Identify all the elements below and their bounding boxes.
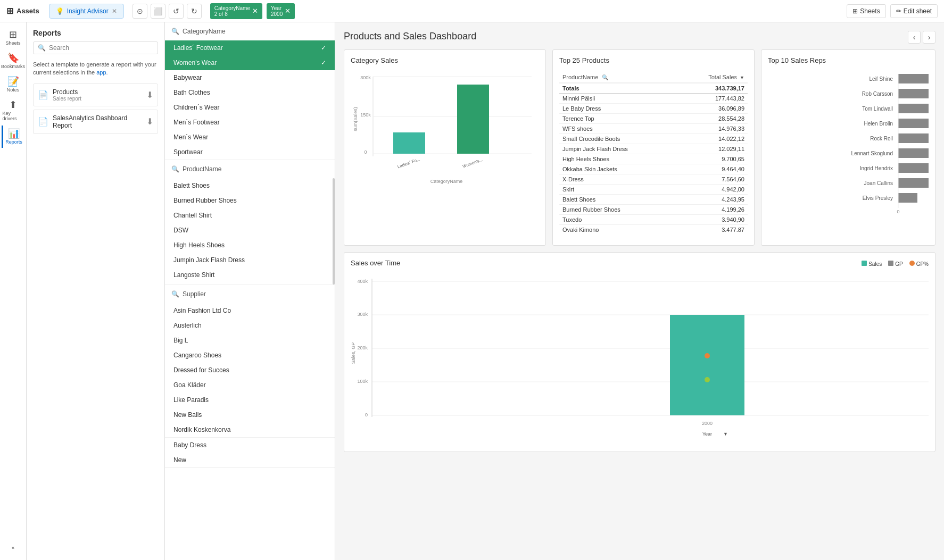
- category-filter-section: 🔍 CategoryName Ladies´ Footwear ✓ Women'…: [165, 22, 335, 160]
- chip-label: CategoryName 2 of 8: [214, 5, 250, 17]
- sidebar-item-notes[interactable]: 📝 Notes: [2, 73, 25, 96]
- category-filter-chip[interactable]: CategoryName 2 of 8 ✕: [210, 3, 262, 19]
- filter-item-chantell-shirt[interactable]: Chantell Shirt: [165, 208, 333, 223]
- report-doc-icon: 📄: [38, 90, 48, 100]
- filter-item-womens-wear[interactable]: Women's Wear ✓: [165, 55, 335, 70]
- filter-item-le-baby-dress[interactable]: Le Baby Dress: [165, 282, 333, 285]
- table-row: Le Baby Dress36.096,89: [559, 104, 748, 114]
- filter-item-burned-rubber[interactable]: Burned Rubber Shoes: [165, 193, 333, 208]
- table-row: Terence Top28.554,28: [559, 114, 748, 124]
- pencil-icon: ✏: [896, 7, 901, 15]
- svg-rect-18: [898, 104, 929, 113]
- filter-item-asin[interactable]: Asin Fashion Ltd Co: [165, 303, 335, 318]
- filter-item-goa-klader[interactable]: Goa Kläder: [165, 378, 335, 392]
- selection-tool[interactable]: ⬜: [151, 4, 165, 19]
- svg-text:Leif Shine: Leif Shine: [870, 76, 893, 82]
- supplier-filter-header: 🔍 Supplier: [165, 285, 335, 303]
- filter-item-new-balls[interactable]: New Balls: [165, 407, 335, 422]
- filter-item-sportwear[interactable]: Sportwear: [165, 145, 335, 160]
- insight-advisor-tab[interactable]: 💡 Insight Advisor ✕: [49, 4, 124, 19]
- products-report-item[interactable]: 📄 Products Sales report ⬇: [33, 83, 158, 106]
- svg-text:Women's...: Women's...: [462, 157, 483, 169]
- svg-text:sum(Sales): sum(Sales): [353, 107, 358, 131]
- filter-item-mens-footwear[interactable]: Men´s Footwear: [165, 115, 335, 130]
- filter-item-high-heels[interactable]: High Heels Shoes: [165, 238, 333, 253]
- notes-icon: 📝: [7, 77, 19, 86]
- filter-item-dsw[interactable]: DSW: [165, 223, 333, 238]
- sales-reps-svg: Leif ShineRob CarssonTom LindwallHelen B…: [832, 69, 929, 218]
- table-row: Skirt4.942,00: [559, 185, 748, 195]
- col-product-name: ProductName 🔍: [559, 72, 663, 83]
- filter-item-langoste-shirt[interactable]: Langoste Shirt: [165, 268, 333, 282]
- legend-sales: Sales: [868, 261, 882, 267]
- app-link[interactable]: app: [96, 69, 106, 76]
- products-table-scroll[interactable]: Minnki Pälsii177.443,82Le Baby Dress36.0…: [559, 94, 748, 232]
- search-icon: 🔍: [171, 290, 179, 298]
- filter-item-mens-wear[interactable]: Men´s Wear: [165, 130, 335, 145]
- top-25-title: Top 25 Products: [559, 56, 609, 64]
- sales-value-cell: 36.096,89: [685, 104, 748, 114]
- svg-text:0: 0: [365, 412, 368, 417]
- chip-close-icon[interactable]: ✕: [285, 7, 291, 15]
- sheets-button[interactable]: ⊞ Sheets: [847, 4, 885, 18]
- close-icon[interactable]: ✕: [112, 7, 117, 15]
- sidebar-item-key-drivers[interactable]: ⬆ Key drivers: [2, 97, 25, 124]
- next-arrow[interactable]: ›: [923, 31, 935, 44]
- sidebar-collapse-button[interactable]: «: [2, 542, 25, 554]
- filter-item-baby-dress[interactable]: Baby Dress: [165, 438, 335, 453]
- supplier-filter-list: Asin Fashion Ltd Co Austerlich Big L Can…: [165, 303, 335, 437]
- lasso-tool[interactable]: ⊙: [133, 4, 147, 19]
- products-report-info: Products Sales report: [53, 88, 142, 102]
- filter-item-ladies-footwear[interactable]: Ladies´ Footwear ✓: [165, 40, 335, 55]
- sales-analytics-report-info: SalesAnalytics Dashboard Report: [53, 114, 142, 129]
- filter-item-nordik[interactable]: Nordik Koskenkorva: [165, 422, 335, 437]
- filter-item-cangaroo[interactable]: Cangaroo Shoes: [165, 348, 335, 363]
- sidebar-item-reports[interactable]: 📊 Reports: [2, 126, 25, 148]
- svg-text:Ingrid Hendrix: Ingrid Hendrix: [860, 165, 893, 171]
- filter-item-babywear[interactable]: Babywear: [165, 70, 335, 85]
- product-name-cell: High Heels Shoes: [559, 154, 685, 164]
- filter-item-label: Ladies´ Footwear: [173, 44, 223, 52]
- category-filter-label: CategoryName: [183, 28, 226, 35]
- totals-label: Totals: [559, 83, 663, 94]
- sheets-icon: ⊞: [9, 30, 17, 39]
- totals-value: 343.739,17: [663, 83, 748, 94]
- legend-gp-pct: GP%: [916, 261, 929, 267]
- filter-item-jumpin-jack[interactable]: Jumpin Jack Flash Dress: [165, 253, 333, 268]
- sales-value-cell: 28.554,28: [685, 114, 748, 124]
- products-table-body: Minnki Pälsii177.443,82Le Baby Dress36.0…: [559, 94, 748, 232]
- lightbulb-icon: 💡: [56, 7, 64, 15]
- redo-tool[interactable]: ↻: [187, 4, 202, 19]
- year-filter-chip[interactable]: Year 2000 ✕: [267, 3, 295, 19]
- svg-text:0: 0: [364, 149, 367, 155]
- sales-value-cell: 4.942,00: [685, 185, 748, 195]
- sales-value-cell: 14.022,12: [685, 134, 748, 144]
- products-data-table: Minnki Pälsii177.443,82Le Baby Dress36.0…: [559, 94, 748, 232]
- filter-item-like-paradis[interactable]: Like Paradis: [165, 392, 335, 407]
- filter-item-childrens-wear[interactable]: Children´s Wear: [165, 100, 335, 115]
- download-icon[interactable]: ⬇: [146, 90, 153, 100]
- sort-down-icon[interactable]: ▼: [740, 75, 744, 80]
- check-icon: ✓: [321, 44, 326, 52]
- download-icon[interactable]: ⬇: [146, 116, 153, 127]
- sidebar-item-sheets[interactable]: ⊞ Sheets: [2, 27, 25, 49]
- undo-tool[interactable]: ↺: [169, 4, 184, 19]
- sot-legend: Sales GP GP%: [862, 261, 929, 267]
- product-name-cell: Balett Shoes: [559, 195, 685, 205]
- filter-item-dressed-for-succes[interactable]: Dressed for Succes: [165, 363, 335, 378]
- report-doc-icon: 📄: [38, 116, 48, 127]
- filter-item-bath-clothes[interactable]: Bath Clothes: [165, 85, 335, 100]
- filter-item-big-l[interactable]: Big L: [165, 333, 335, 348]
- prev-arrow[interactable]: ‹: [908, 31, 921, 44]
- chip-close-icon[interactable]: ✕: [252, 7, 258, 15]
- filter-item-austerlich[interactable]: Austerlich: [165, 318, 335, 333]
- search-icon[interactable]: 🔍: [602, 74, 608, 80]
- product-name-cell: Skirt: [559, 185, 685, 195]
- edit-sheet-button[interactable]: ✏ Edit sheet: [890, 4, 938, 18]
- reports-search-box[interactable]: 🔍: [33, 41, 158, 54]
- sidebar-item-bookmarks[interactable]: 🔖 Bookmarks: [2, 50, 25, 72]
- filter-item-balett-shoes[interactable]: Balett Shoes: [165, 178, 333, 193]
- sales-analytics-report-item[interactable]: 📄 SalesAnalytics Dashboard Report ⬇: [33, 110, 158, 134]
- filter-item-new[interactable]: New: [165, 453, 335, 467]
- reports-search-input[interactable]: [49, 44, 153, 52]
